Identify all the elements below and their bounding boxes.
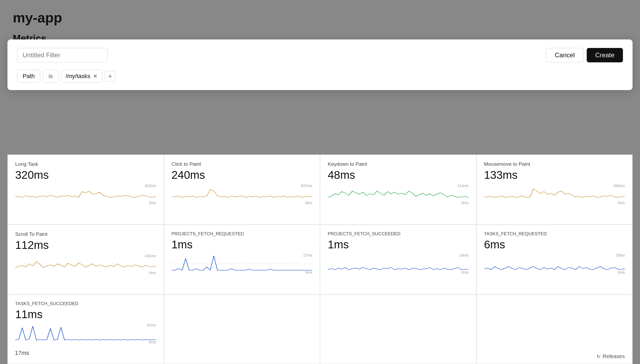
metric-card-empty-3: ↻ Releases [476, 294, 633, 364]
chart-projects-fetch-requested: 17ms 0ms [172, 253, 313, 274]
metric-card-keydown-to-paint: Keydown to Paint 48ms 214ms 0ms [320, 155, 476, 225]
metric-card-tasks-fetch-requested: TASKS_FETCH_REQUESTED 6ms 19ms 0ms [476, 225, 633, 295]
releases-icon: ↻ [597, 354, 601, 359]
create-button[interactable]: Create [587, 48, 623, 62]
chart-click-to-paint: 837ms 0ms [172, 184, 313, 205]
chart-tasks-fetch-requested: 19ms 0ms [484, 253, 625, 274]
chart-tasks-fetch-succeeded: 91ms 0ms [15, 323, 156, 344]
filter-row: Path is /my/tasks ✕ + [17, 70, 623, 83]
metric-card-projects-fetch-requested: PROJECTS_FETCH_REQUESTED 1ms 17ms 0ms [164, 225, 320, 295]
filter-dialog-header: Cancel Create [17, 48, 623, 62]
filter-dialog-actions: Cancel Create [546, 48, 623, 62]
chart-scroll-to-paint: 431ms 0ms [15, 254, 156, 275]
metric-card-empty-1 [164, 294, 320, 364]
filter-value-tag[interactable]: /my/tasks ✕ [61, 70, 102, 83]
filter-name-input[interactable] [17, 48, 108, 62]
metric-card-mousemove-to-paint: Mousemove to Paint 133ms 504ms 0ms [476, 155, 633, 225]
metrics-grid: Long Task 320ms 823ms 0ms Click to Paint… [7, 155, 633, 364]
cancel-button[interactable]: Cancel [546, 48, 584, 62]
metric-card-click-to-paint: Click to Paint 240ms 837ms 0ms [164, 155, 320, 225]
metric-card-long-task: Long Task 320ms 823ms 0ms [7, 155, 164, 225]
bottom-value-label: 17ms [15, 350, 29, 357]
filter-dialog: Cancel Create Path is /my/tasks ✕ + [7, 39, 633, 90]
metric-card-projects-fetch-succeeded: PROJECTS_FETCH_SUCCEEDED 1ms 24ms 0ms [320, 225, 476, 295]
chart-projects-fetch-succeeded: 24ms 0ms [328, 253, 469, 274]
filter-operator-tag[interactable]: is [43, 70, 58, 83]
metric-card-tasks-fetch-succeeded: TASKS_FETCH_SUCCEEDED 11ms 91ms 0ms [7, 294, 164, 364]
chart-mousemove-to-paint: 504ms 0ms [484, 184, 625, 205]
metric-card-scroll-to-paint: Scroll To Paint 112ms 431ms 0ms [7, 225, 164, 295]
filter-add-button[interactable]: + [105, 71, 115, 82]
chart-long-task: 823ms 0ms [15, 184, 156, 205]
chart-keydown-to-paint: 214ms 0ms [328, 184, 469, 205]
metric-card-empty-2 [320, 294, 476, 364]
filter-field-tag[interactable]: Path [17, 70, 40, 83]
filter-remove-button[interactable]: ✕ [93, 74, 98, 79]
app-title: my-app [13, 10, 627, 26]
bottom-bar: ↻ Releases [597, 353, 625, 359]
